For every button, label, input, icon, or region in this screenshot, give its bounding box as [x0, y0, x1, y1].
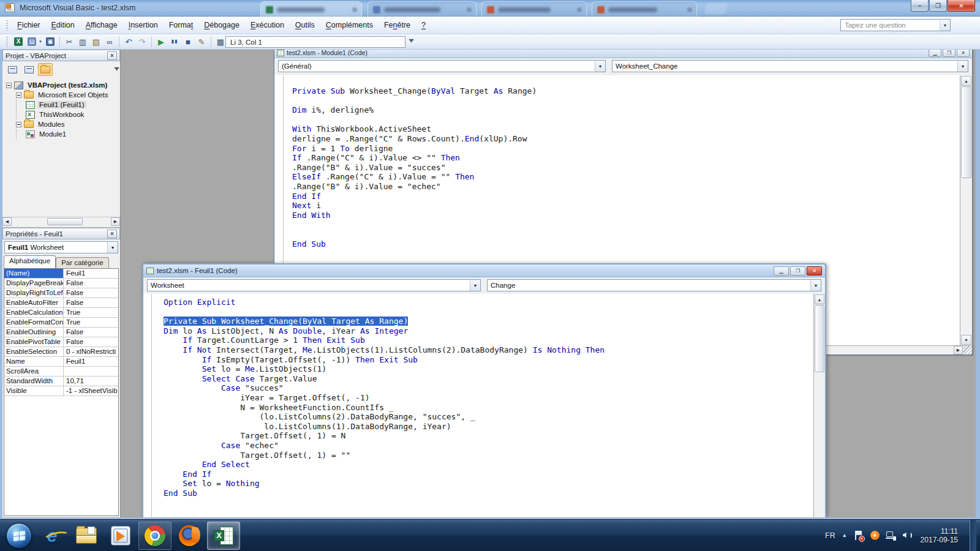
language-indicator[interactable]: FR: [825, 531, 835, 540]
menu-outils[interactable]: Outils: [290, 18, 320, 32]
property-value[interactable]: 10,71: [64, 377, 118, 386]
tab-close-icon[interactable]: [687, 7, 692, 12]
chevron-down-icon[interactable]: ▼: [39, 40, 42, 43]
browser-tab[interactable]: [481, 1, 587, 17]
vba-titlebar[interactable]: Microsoft Visual Basic - test2.xlsm – ❐ …: [0, 0, 980, 17]
property-name[interactable]: EnablePivotTable: [4, 337, 64, 347]
break-icon[interactable]: ▮▮: [168, 36, 181, 48]
property-value[interactable]: False: [64, 337, 118, 347]
chevron-down-icon[interactable]: ▼: [470, 280, 480, 291]
browser-tab[interactable]: [368, 1, 477, 17]
feuil1-titlebar[interactable]: test2.xlsm - Feuil1 (Code) ▁ ❐ ✕: [143, 264, 825, 277]
property-name[interactable]: EnableFormatCon: [4, 318, 64, 327]
property-name[interactable]: (Name): [4, 269, 64, 278]
menu-format[interactable]: Format: [164, 18, 199, 32]
scroll-down-icon[interactable]: ▼: [961, 335, 971, 345]
design-mode-icon[interactable]: ✎: [195, 36, 208, 48]
reset-icon[interactable]: ■: [182, 36, 194, 48]
toolbar-grip[interactable]: [6, 36, 8, 47]
action-center-flag-icon[interactable]: ✕: [854, 531, 864, 541]
minimize-button[interactable]: –: [911, 0, 929, 12]
object-combo[interactable]: (Général) ▼: [278, 60, 606, 72]
toggle-folders-button[interactable]: [38, 63, 53, 76]
property-value[interactable]: False: [64, 279, 118, 288]
view-object-button[interactable]: [21, 63, 36, 76]
chevron-down-icon[interactable]: ▼: [810, 280, 821, 291]
menu-fentre[interactable]: Fenêtre: [379, 18, 416, 32]
menu-fichier[interactable]: Fichier: [12, 18, 46, 32]
collapse-icon[interactable]: [16, 122, 21, 127]
property-name[interactable]: DisplayPageBreak: [4, 279, 64, 288]
tree-item-excel-objects[interactable]: Microsoft Excel Objets: [6, 90, 120, 100]
module1-titlebar[interactable]: test2.xlsm - Module1 (Code) ▁ ❐ ✕: [274, 50, 972, 58]
minimize-button[interactable]: ▁: [774, 266, 789, 276]
menu-grip[interactable]: [6, 20, 8, 31]
property-name[interactable]: Visible: [4, 386, 64, 395]
minimize-button[interactable]: ▁: [929, 50, 941, 57]
vertical-scrollbar[interactable]: ▲ ▼: [960, 75, 972, 354]
close-button[interactable]: ✕: [948, 0, 975, 12]
scrollbar-thumb[interactable]: [961, 86, 971, 178]
taskbar-internet-explorer[interactable]: e: [36, 522, 69, 550]
redo-icon[interactable]: ↷: [136, 36, 148, 48]
volume-icon[interactable]: [903, 531, 913, 541]
feuil1-code-window[interactable]: test2.xlsm - Feuil1 (Code) ▁ ❐ ✕ Workshe…: [142, 263, 826, 517]
save-icon[interactable]: ▣: [44, 36, 56, 48]
start-button[interactable]: [4, 522, 34, 550]
hidden-icons-chevron[interactable]: ▲: [842, 533, 847, 538]
project-horizontal-scrollbar[interactable]: ◀ ▶: [2, 217, 120, 226]
tab-close-icon[interactable]: [352, 7, 357, 12]
object-selector-combo[interactable]: Feuil1 Worksheet ▼: [4, 241, 118, 253]
taskbar-excel[interactable]: X: [207, 522, 240, 550]
maximize-button[interactable]: ❐: [790, 266, 805, 276]
undo-icon[interactable]: ↶: [123, 36, 135, 48]
scroll-right-icon[interactable]: ▶: [954, 346, 963, 354]
property-name[interactable]: EnableCalculation: [4, 308, 64, 317]
property-name[interactable]: ScrollArea: [4, 367, 64, 376]
tree-item-feuil1[interactable]: Feuil1 (Feuil1): [6, 100, 120, 110]
tree-item-module1[interactable]: Module1: [6, 129, 120, 139]
network-icon[interactable]: [886, 531, 896, 541]
property-value[interactable]: -1 - xlSheetVisib: [64, 386, 118, 395]
collapse-icon[interactable]: [6, 83, 12, 88]
run-icon[interactable]: ▶: [155, 36, 167, 48]
find-icon[interactable]: ∞: [104, 36, 116, 48]
taskbar-firefox[interactable]: [173, 522, 206, 550]
antivirus-icon[interactable]: [870, 531, 880, 540]
resize-grip[interactable]: [963, 346, 972, 354]
scroll-right-icon[interactable]: ▶: [111, 217, 120, 226]
tab-alphabetic[interactable]: Alphabétique: [4, 255, 56, 268]
project-panel-header[interactable]: Projet - VBAProject ✕: [2, 50, 120, 61]
show-desktop-button[interactable]: [970, 520, 976, 551]
scroll-left-icon[interactable]: ◀: [2, 217, 12, 226]
menu-affichage[interactable]: Affichage: [80, 18, 123, 32]
view-excel-icon[interactable]: X: [12, 36, 24, 48]
maximize-button[interactable]: ❐: [943, 50, 956, 57]
property-value[interactable]: Feuil1: [64, 269, 118, 278]
property-name[interactable]: EnableOutlining: [4, 328, 64, 337]
taskbar-windows-explorer[interactable]: [70, 522, 103, 550]
property-name[interactable]: Name: [4, 357, 64, 366]
panel-overflow-icon[interactable]: ▬▼: [115, 66, 119, 71]
property-value[interactable]: [64, 367, 118, 376]
property-value[interactable]: True: [64, 318, 118, 327]
project-explorer-icon[interactable]: ▦: [214, 36, 227, 48]
view-code-button[interactable]: [5, 63, 20, 76]
scrollbar-thumb[interactable]: [815, 305, 824, 372]
scroll-up-icon[interactable]: ▲: [961, 76, 971, 86]
menu-insertion[interactable]: Insertion: [123, 18, 164, 32]
taskbar-media-player[interactable]: [104, 522, 137, 550]
browser-tab[interactable]: [260, 1, 362, 17]
procedure-combo[interactable]: Change ▼: [487, 279, 821, 291]
feuil1-code-editor[interactable]: Option ExplicitPrivate Sub Worksheet_Cha…: [143, 294, 825, 517]
menu-excution[interactable]: Exécution: [245, 18, 290, 32]
browser-tab[interactable]: [592, 1, 697, 17]
paste-icon[interactable]: ▤: [90, 36, 102, 48]
close-icon[interactable]: ✕: [107, 51, 117, 60]
property-value[interactable]: False: [64, 288, 118, 298]
property-value[interactable]: 0 - xlNoRestricti: [64, 347, 118, 356]
tab-close-icon[interactable]: [467, 7, 472, 12]
toolbar-overflow-icon[interactable]: ▬▼: [409, 38, 413, 43]
chevron-down-icon[interactable]: ▼: [940, 20, 950, 31]
scroll-up-icon[interactable]: ▲: [815, 294, 824, 304]
